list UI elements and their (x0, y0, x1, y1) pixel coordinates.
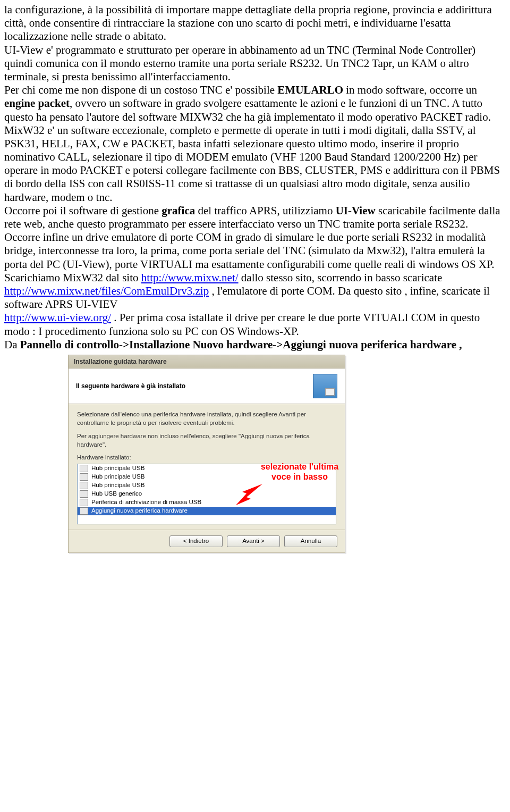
bold-text: Pannello di controllo->Installazione Nuo… (20, 338, 462, 351)
paragraph-text: , ovvero un software in grado svolgere e… (4, 97, 491, 123)
wizard-desc: Per aggiungere hardware non incluso nell… (77, 432, 336, 449)
back-button[interactable]: < Indietro (169, 535, 223, 547)
hardware-listbox[interactable]: Hub principale USB Hub principale USB Hu… (77, 464, 336, 524)
list-item[interactable]: Hub USB generico (78, 490, 336, 498)
wizard-header-text: Il seguente hardware è già installato (76, 382, 185, 390)
list-item-label: Hub principale USB (91, 473, 144, 481)
wizard-list-label: Hardware installato: (77, 454, 336, 462)
list-item[interactable]: Hub principale USB (78, 464, 336, 473)
list-item-selected[interactable]: Aggiungi nuova periferica hardware (78, 507, 336, 515)
wizard-body: Selezionare dall'elenco una periferica h… (69, 404, 345, 530)
paragraph-text: MixW32 e' un software eccezionale, compl… (4, 124, 500, 204)
wizard-desc: Selezionare dall'elenco una periferica h… (77, 411, 336, 427)
next-button[interactable]: Avanti > (227, 535, 280, 547)
link-mixw-home[interactable]: http://www.mixw.net/ (141, 271, 239, 284)
paragraph-text: UI-View e' programmato e strutturato per… (4, 44, 475, 83)
wizard-button-row: < Indietro Avanti > Annulla (69, 530, 345, 553)
paragraph-text: la configurazione, à la possibilità di i… (4, 3, 492, 43)
list-item[interactable]: Hub principale USB (78, 473, 336, 481)
link-uiview[interactable]: http://www.ui-view.org/ (4, 311, 111, 324)
wizard-titlebar: Installazione guidata hardware (69, 355, 345, 369)
paragraph-text: Scarichiamo MixW32 dal sito (4, 271, 141, 284)
list-item[interactable]: Periferica di archiviazione di massa USB (78, 498, 336, 507)
bold-text: engine packet (4, 97, 70, 110)
device-icon (80, 465, 88, 472)
wizard-header: Il seguente hardware è già installato (69, 369, 345, 404)
bold-text: EMULARLO (277, 83, 343, 96)
bold-text: UI-View (336, 204, 376, 217)
paragraph-text: in modo software, occorre un (343, 83, 477, 96)
device-icon (80, 499, 88, 506)
paragraph-text: Occorre infine un drive emulatore di por… (4, 231, 495, 270)
cancel-button[interactable]: Annulla (284, 535, 337, 547)
paragraph-text: Per chi come me non dispone di un costos… (4, 83, 277, 96)
document-body: la configurazione, à la possibilità di i… (4, 3, 506, 351)
list-item-label: Hub USB generico (91, 490, 142, 498)
paragraph-text: dallo stesso sito, scorrendo in basso sc… (239, 271, 443, 284)
paragraph-text: Occorre poi il software di gestione (4, 204, 162, 217)
list-item-label: Hub principale USB (91, 465, 144, 472)
device-icon (80, 473, 88, 481)
paragraph-text: Da (4, 338, 20, 351)
list-item-label: Periferica di archiviazione di massa USB (91, 499, 201, 506)
link-mixw-driver[interactable]: http://www.mixw.net/files/ComEmulDrv3.zi… (4, 284, 209, 297)
list-item[interactable]: Hub principale USB (78, 481, 336, 490)
hardware-icon (313, 374, 337, 398)
bold-text: grafica (162, 204, 195, 217)
wizard-dialog: Installazione guidata hardware Il seguen… (68, 355, 345, 553)
device-icon (80, 482, 88, 489)
paragraph-text: del traffico APRS, utilizziamo (195, 204, 335, 217)
device-icon (80, 507, 88, 515)
list-item-label: Hub principale USB (91, 482, 144, 489)
list-item-label: Aggiungi nuova periferica hardware (91, 507, 188, 515)
device-icon (80, 490, 88, 498)
